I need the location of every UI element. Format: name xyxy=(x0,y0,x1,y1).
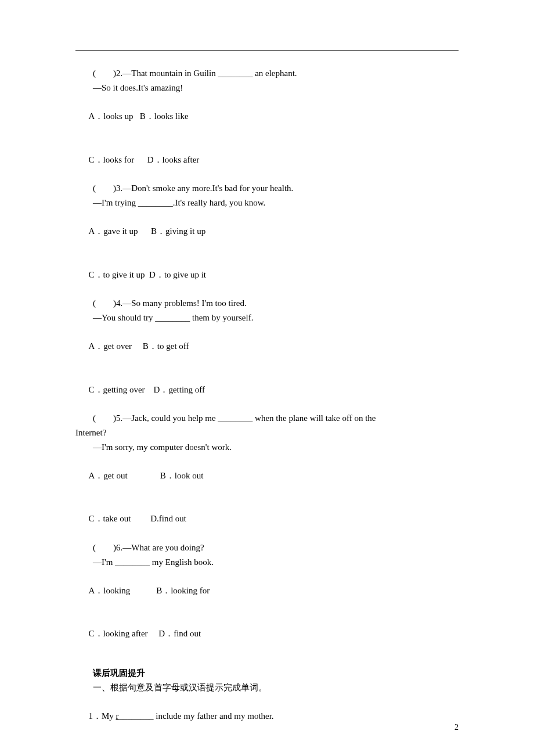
qa2-b: B．looks like xyxy=(140,111,189,121)
qa2-row1: A．looks up B．looks like xyxy=(75,95,459,138)
qa5-b: B．look out xyxy=(160,471,204,480)
qa3-resp: —I'm trying ________.It's really hard, y… xyxy=(75,196,459,210)
qa6-a: A．looking xyxy=(89,586,131,595)
qa5-d: D.find out xyxy=(150,514,186,523)
qa2-c: C．looks for xyxy=(89,155,135,164)
qa3-row1: A．gave it up B．giving it up xyxy=(75,210,459,253)
qa4-stem: ( )4.—So many problems! I'm too tired. xyxy=(75,296,459,311)
qa3-row2: C．to give it up D．to give up it xyxy=(75,253,459,296)
qa4-d: D．getting off xyxy=(154,385,205,394)
qa4-row1: A．get over B．to get off xyxy=(75,325,459,368)
qa2-resp: —So it does.It's amazing! xyxy=(75,81,459,95)
qa2-stem: ( )2.—That mountain in Guilin ________ a… xyxy=(75,66,459,81)
qa6-row1: A．looking B．looking for xyxy=(75,569,459,612)
qa5-stem2: Internet? xyxy=(75,426,459,440)
qa3-d: D．to give up it xyxy=(149,270,206,279)
top-rule xyxy=(75,50,459,51)
qa4-b: B．to get off xyxy=(143,341,189,351)
p1-q2: 2.I arrived in Guangdong yesterday, so I… xyxy=(75,738,459,757)
section-b-heading: 课后巩固提升 xyxy=(75,666,459,681)
p1-q1-pre: 1．My xyxy=(89,711,116,721)
qa3-a: A．gave it up xyxy=(89,226,138,236)
qa5-row2: C．take out D.find out xyxy=(75,498,459,541)
qa5-resp: —I'm sorry, my computer doesn't work. xyxy=(75,440,459,455)
qa6-b: B．looking for xyxy=(156,586,210,595)
spacer xyxy=(75,656,459,666)
qa5-c: C．take out xyxy=(89,514,131,523)
qa5-stem: ( )5.—Jack, could you help me ________ w… xyxy=(75,411,459,426)
p1-q1-post: ________ include my father and my mother… xyxy=(119,711,274,721)
qa6-resp: —I'm ________ my English book. xyxy=(75,555,459,570)
qa2-d: D．looks after xyxy=(147,155,200,164)
qa6-d: D．find out xyxy=(158,629,201,638)
qa2-a: A．looks up xyxy=(89,111,134,121)
qa5-row1: A．get out B．look out xyxy=(75,454,459,497)
qa6-row2: C．looking after D．find out xyxy=(75,613,459,656)
qa4-resp: —You should try ________ them by yoursel… xyxy=(75,311,459,325)
qa6-stem: ( )6.—What are you doing? xyxy=(75,541,459,555)
qa4-c: C．getting over xyxy=(89,385,145,394)
qa4-a: A．get over xyxy=(89,341,132,351)
content-body: ( )2.—That mountain in Guilin ________ a… xyxy=(75,66,459,756)
page-number: 2 xyxy=(454,721,459,734)
qa6-c: C．looking after xyxy=(89,629,148,638)
part1-title: 一、根据句意及首字母或汉语提示完成单词。 xyxy=(75,681,459,695)
qa5-a: A．get out xyxy=(89,471,128,480)
qa4-row2: C．getting over D．getting off xyxy=(75,368,459,411)
document-page: ( )2.—That mountain in Guilin ________ a… xyxy=(0,0,534,756)
qa2-row2: C．looks for D．looks after xyxy=(75,138,459,181)
qa3-c: C．to give it up xyxy=(89,270,145,279)
qa3-stem: ( )3.—Don't smoke any more.It's bad for … xyxy=(75,181,459,196)
qa3-b: B．giving it up xyxy=(151,226,205,236)
p1-q1: 1．My r________ include my father and my … xyxy=(75,694,459,737)
